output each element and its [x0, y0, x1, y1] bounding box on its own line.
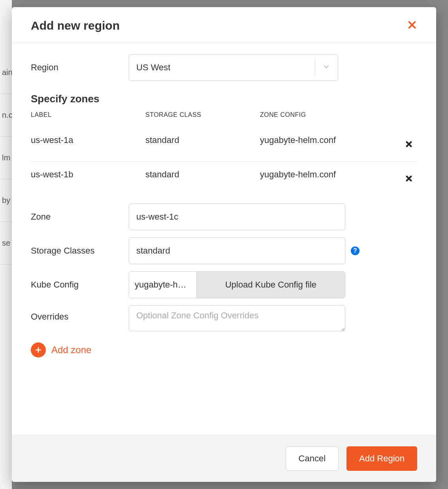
add-zone-label: Add zone [51, 344, 91, 355]
add-region-modal: Add new region Region US West Specify zo… [12, 7, 436, 482]
bg-row: se [0, 222, 12, 265]
overrides-textarea[interactable] [129, 305, 345, 331]
close-icon[interactable] [407, 19, 417, 32]
zone-storage-value: standard [145, 135, 260, 145]
region-selected-value: US West [136, 62, 170, 73]
specify-zones-heading: Specify zones [31, 93, 417, 105]
zone-input-label: Zone [31, 212, 129, 222]
select-divider [315, 59, 315, 76]
modal-header: Add new region [12, 7, 436, 42]
chevron-down-icon [322, 63, 330, 72]
storage-classes-row: Storage Classes ? [31, 237, 417, 264]
zone-storage-value: standard [145, 169, 260, 180]
zone-table-header: LABEL STORAGE CLASS ZONE CONFIG [31, 111, 417, 118]
header-config: ZONE CONFIG [260, 111, 417, 118]
zone-config-value: yugabyte-helm.conf [260, 135, 417, 145]
modal-title: Add new region [31, 19, 120, 32]
bg-row: n.c [0, 94, 12, 137]
plus-icon [31, 342, 46, 357]
new-zone-row: Zone [31, 203, 417, 230]
storage-classes-input[interactable] [129, 237, 345, 264]
modal-body: Region US West Specify zones LABEL STORA… [12, 42, 436, 435]
remove-zone-icon[interactable] [405, 140, 413, 151]
zone-label-value: us-west-1a [31, 135, 145, 145]
zone-input[interactable] [129, 203, 345, 230]
overrides-label: Overrides [31, 305, 129, 322]
background-panel: ain n.c lm by se [0, 0, 12, 489]
add-zone-button[interactable]: Add zone [31, 342, 417, 357]
zone-row: us-west-1b standard yugabyte-helm.conf [31, 162, 417, 196]
add-region-button[interactable]: Add Region [346, 446, 417, 471]
region-label: Region [31, 62, 129, 73]
zone-row: us-west-1a standard yugabyte-helm.conf [31, 127, 417, 162]
kube-config-upload: yugabyte-h… Upload Kube Config file [129, 271, 345, 298]
modal-footer: Cancel Add Region [12, 435, 436, 482]
storage-classes-label: Storage Classes [31, 246, 129, 256]
region-select[interactable]: US West [129, 54, 338, 81]
bg-row: ain [0, 51, 12, 94]
upload-kube-config-button[interactable]: Upload Kube Config file [196, 272, 345, 298]
bg-row: by [0, 179, 12, 222]
kube-config-label: Kube Config [31, 280, 129, 290]
header-label: LABEL [31, 111, 145, 118]
kube-filename: yugabyte-h… [129, 272, 196, 298]
cancel-button[interactable]: Cancel [286, 446, 339, 471]
remove-zone-icon[interactable] [405, 174, 413, 185]
header-storage: STORAGE CLASS [145, 111, 260, 118]
zone-label-value: us-west-1b [31, 169, 145, 180]
overrides-row: Overrides [31, 305, 417, 331]
region-row: Region US West [31, 54, 417, 81]
kube-config-row: Kube Config yugabyte-h… Upload Kube Conf… [31, 271, 417, 298]
help-icon[interactable]: ? [351, 246, 360, 255]
zone-config-value: yugabyte-helm.conf [260, 169, 417, 180]
bg-row: lm [0, 137, 12, 179]
